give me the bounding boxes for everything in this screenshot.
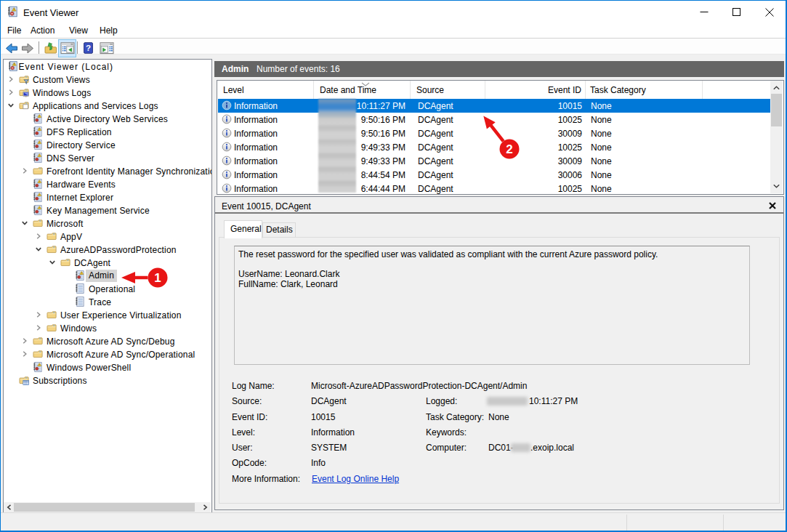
svg-text:2: 2 <box>506 142 512 156</box>
svg-text:1: 1 <box>154 271 161 285</box>
